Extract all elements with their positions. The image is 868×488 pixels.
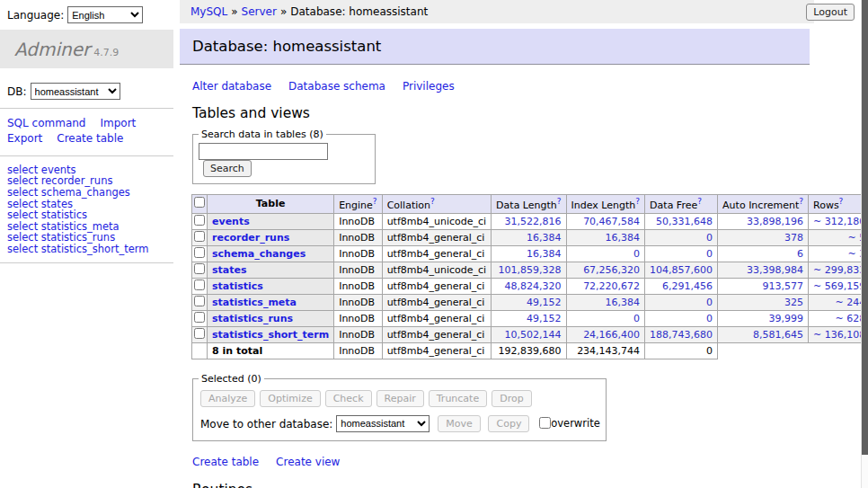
table-name-cell: events: [208, 213, 334, 229]
help-link[interactable]: ?: [430, 197, 435, 206]
data-free-cell: 0: [645, 294, 718, 310]
link-create-table[interactable]: Create table: [192, 456, 259, 468]
check-button[interactable]: Check: [325, 390, 372, 407]
table-row: eventsInnoDButf8mb4_unicode_ci31,522,816…: [192, 213, 868, 229]
sidebar-link-create-table[interactable]: Create table: [57, 132, 123, 145]
table-link-recorder_runs[interactable]: recorder_runs: [212, 232, 289, 244]
help-link[interactable]: ?: [635, 197, 640, 206]
sidebar-item-statistics[interactable]: select statistics: [7, 209, 166, 221]
data-length-cell: 101,859,328: [492, 262, 566, 278]
auto-increment-cell: 39,999: [718, 310, 809, 326]
select-all-checkbox[interactable]: [194, 197, 205, 208]
sidebar-item-schema_changes[interactable]: select schema_changes: [7, 187, 166, 199]
engine-cell: InnoDB: [334, 213, 382, 229]
data-length-cell: 16,384: [492, 229, 566, 245]
table-total-row: 8 in totalInnoDButf8mb4_general_ci192,83…: [192, 342, 868, 359]
table-name-cell: states: [208, 262, 334, 278]
index-length-cell: 72,220,672: [566, 278, 645, 294]
data-free-cell: 104,857,600: [645, 262, 718, 278]
link-database-schema[interactable]: Database schema: [288, 80, 385, 93]
repair-button[interactable]: Repair: [376, 390, 424, 407]
collation-cell: utf8mb4_unicode_ci: [382, 213, 491, 229]
move-db-select[interactable]: homeassistant: [336, 415, 430, 432]
total-data-free-cell: 0: [645, 342, 718, 359]
row-checkbox-cell: [192, 310, 208, 326]
table-name-cell: statistics: [208, 278, 334, 294]
sidebar-item-statistics_short_term[interactable]: select statistics_short_term: [7, 244, 166, 255]
data-free-cell: 0: [645, 310, 718, 326]
row-checkbox[interactable]: [194, 263, 205, 274]
data-free-cell: 0: [645, 245, 718, 262]
page-scrollbar[interactable]: [861, 0, 868, 488]
auto-increment-cell: 33,898,196: [718, 213, 809, 229]
optimize-button[interactable]: Optimize: [260, 390, 320, 407]
collation-cell: utf8mb4_general_ci: [382, 294, 491, 310]
move-button[interactable]: Move: [438, 415, 481, 432]
language-select[interactable]: English: [67, 6, 143, 23]
rows-cell: ~ 569,159: [809, 278, 868, 294]
table-link-schema_changes[interactable]: schema_changes: [212, 248, 306, 260]
index-length-cell: 16,384: [566, 294, 645, 310]
help-link[interactable]: ?: [697, 197, 702, 206]
index-length-cell: 24,166,400: [566, 326, 645, 342]
row-checkbox[interactable]: [194, 247, 205, 258]
total-collation-cell: utf8mb4_general_ci: [382, 342, 491, 359]
table-link-states[interactable]: states: [212, 264, 247, 276]
search-input[interactable]: [199, 143, 328, 160]
table-link-statistics[interactable]: statistics: [212, 280, 263, 292]
data-length-cell: 48,824,320: [492, 278, 566, 294]
help-link[interactable]: ?: [799, 197, 803, 206]
row-checkbox[interactable]: [194, 279, 205, 290]
column-header-table: Table: [208, 195, 334, 214]
table-link-statistics_short_term[interactable]: statistics_short_term: [212, 329, 329, 341]
sidebar: Language:English Adminer4.7.9 DB:homeass…: [0, 0, 173, 263]
sidebar-action-row: ExportCreate table: [7, 131, 166, 146]
row-checkbox[interactable]: [194, 296, 205, 306]
table-name-cell: schema_changes: [208, 245, 334, 262]
routines-heading: Routines: [192, 482, 814, 488]
selected-legend: Selected (0): [199, 373, 264, 385]
link-alter-database[interactable]: Alter database: [192, 80, 271, 93]
move-row: Move to other database:homeassistant Mov…: [199, 411, 600, 435]
link-create-view[interactable]: Create view: [276, 456, 340, 468]
search-button[interactable]: Search: [203, 160, 252, 177]
help-link[interactable]: ?: [839, 197, 844, 206]
db-select[interactable]: homeassistant: [31, 83, 120, 100]
drop-button[interactable]: Drop: [492, 390, 531, 407]
overwrite-checkbox[interactable]: [539, 417, 551, 429]
help-link[interactable]: ?: [557, 197, 562, 206]
truncate-button[interactable]: Truncate: [429, 390, 487, 407]
row-checkbox-cell: [192, 229, 208, 245]
column-header-auto-increment: Auto Increment?: [718, 195, 809, 214]
sidebar-link-sql-command[interactable]: SQL command: [7, 117, 85, 129]
help-link[interactable]: ?: [373, 197, 377, 206]
table-link-events[interactable]: events: [212, 216, 250, 227]
link-privileges[interactable]: Privileges: [403, 80, 455, 93]
app-logo: Adminer: [14, 39, 90, 60]
row-checkbox[interactable]: [194, 231, 205, 242]
breadcrumb-link-mysql[interactable]: MySQL: [190, 5, 227, 18]
scrollbar-thumb[interactable]: [862, 0, 868, 455]
row-checkbox[interactable]: [194, 328, 205, 339]
index-length-cell: 0: [566, 245, 645, 262]
row-checkbox-cell: [192, 245, 208, 262]
row-checkbox[interactable]: [194, 215, 205, 226]
copy-button[interactable]: Copy: [488, 415, 529, 432]
auto-increment-cell: 325: [718, 294, 809, 310]
engine-cell: InnoDB: [334, 310, 382, 326]
sidebar-link-import[interactable]: Import: [100, 117, 136, 129]
divider: [0, 262, 173, 263]
analyze-button[interactable]: Analyze: [200, 390, 255, 407]
brand-bar: Adminer4.7.9: [0, 30, 173, 68]
data-length-cell: 31,522,816: [492, 213, 566, 229]
breadcrumb-current: Database: homeassistant: [290, 5, 428, 18]
logout-button[interactable]: Logout: [806, 4, 855, 21]
row-checkbox[interactable]: [194, 312, 205, 323]
table-link-statistics_meta[interactable]: statistics_meta: [212, 297, 297, 308]
row-checkbox-cell: [192, 262, 208, 278]
engine-cell: InnoDB: [334, 294, 382, 310]
column-header-rows: Rows?: [809, 195, 868, 214]
sidebar-link-export[interactable]: Export: [7, 132, 42, 145]
table-link-statistics_runs[interactable]: statistics_runs: [212, 313, 293, 324]
breadcrumb-link-server[interactable]: Server: [242, 5, 277, 18]
